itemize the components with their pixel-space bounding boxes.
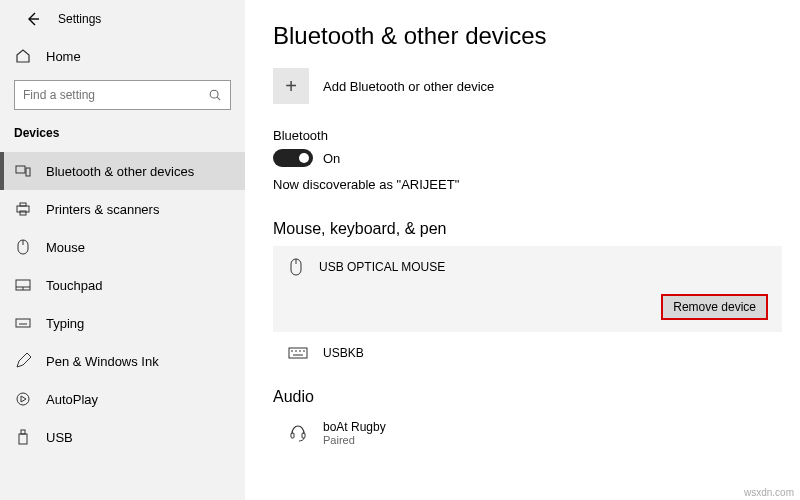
nav-label: Touchpad xyxy=(46,278,102,293)
svg-point-0 xyxy=(210,90,218,98)
sidebar: Settings Home Devices Bluetooth & other … xyxy=(0,0,245,500)
usb-icon xyxy=(14,429,32,445)
device-name: USB OPTICAL MOUSE xyxy=(319,260,445,274)
headset-icon xyxy=(287,424,309,442)
nav-usb[interactable]: USB xyxy=(0,418,245,456)
device-card-selected[interactable]: USB OPTICAL MOUSE Remove device xyxy=(273,246,782,332)
svg-rect-4 xyxy=(20,203,26,206)
page-title: Bluetooth & other devices xyxy=(273,22,782,50)
svg-rect-14 xyxy=(21,430,25,434)
nav-mouse[interactable]: Mouse xyxy=(0,228,245,266)
bluetooth-toggle[interactable] xyxy=(273,149,313,167)
home-button[interactable]: Home xyxy=(0,42,245,70)
svg-rect-15 xyxy=(19,434,27,444)
pen-icon xyxy=(14,353,32,369)
nav-label: Printers & scanners xyxy=(46,202,159,217)
keyboard-icon xyxy=(14,318,32,328)
back-arrow-icon xyxy=(26,12,40,26)
add-device-button[interactable]: + Add Bluetooth or other device xyxy=(273,68,782,104)
svg-rect-2 xyxy=(26,168,30,176)
mouse-icon xyxy=(14,239,32,255)
remove-device-button[interactable]: Remove device xyxy=(661,294,768,320)
nav-printers[interactable]: Printers & scanners xyxy=(0,190,245,228)
svg-point-13 xyxy=(17,393,29,405)
bluetooth-toggle-row: On xyxy=(273,149,782,167)
nav-pen[interactable]: Pen & Windows Ink xyxy=(0,342,245,380)
nav-touchpad[interactable]: Touchpad xyxy=(0,266,245,304)
bluetooth-label: Bluetooth xyxy=(273,128,782,143)
search-icon xyxy=(208,88,222,102)
device-name: USBKB xyxy=(323,346,364,360)
discover-name: "ARIJEET" xyxy=(397,177,460,192)
nav-label: Pen & Windows Ink xyxy=(46,354,159,369)
nav-label: USB xyxy=(46,430,73,445)
nav-bluetooth[interactable]: Bluetooth & other devices xyxy=(0,152,245,190)
svg-rect-18 xyxy=(289,348,307,358)
search-container xyxy=(0,80,245,124)
window-header: Settings xyxy=(0,10,245,42)
section-audio: Audio xyxy=(273,388,782,406)
nav-autoplay[interactable]: AutoPlay xyxy=(0,380,245,418)
section-mouse-keyboard: Mouse, keyboard, & pen xyxy=(273,220,782,238)
touchpad-icon xyxy=(14,279,32,291)
search-input[interactable] xyxy=(23,88,208,102)
home-icon xyxy=(14,48,32,64)
search-box[interactable] xyxy=(14,80,231,110)
watermark: wsxdn.com xyxy=(744,487,794,498)
device-row[interactable]: USBKB xyxy=(273,340,782,366)
bluetooth-state: On xyxy=(323,151,340,166)
svg-rect-11 xyxy=(16,319,30,327)
window-title: Settings xyxy=(58,12,101,26)
audio-device-status: Paired xyxy=(323,434,386,446)
discover-prefix: Now discoverable as xyxy=(273,177,397,192)
printer-icon xyxy=(14,202,32,216)
nav-label: Bluetooth & other devices xyxy=(46,164,194,179)
device-row-audio[interactable]: boAt Rugby Paired xyxy=(273,414,782,452)
nav-typing[interactable]: Typing xyxy=(0,304,245,342)
category-title: Devices xyxy=(0,124,245,152)
plus-icon: + xyxy=(273,68,309,104)
svg-rect-1 xyxy=(16,166,25,173)
nav-label: Mouse xyxy=(46,240,85,255)
devices-icon xyxy=(14,164,32,178)
mouse-icon xyxy=(287,258,305,276)
nav-label: Typing xyxy=(46,316,84,331)
autoplay-icon xyxy=(14,392,32,406)
discoverable-text: Now discoverable as "ARIJEET" xyxy=(273,177,782,192)
back-button[interactable] xyxy=(24,10,42,28)
main-panel: Bluetooth & other devices + Add Bluetoot… xyxy=(245,0,800,500)
add-device-label: Add Bluetooth or other device xyxy=(323,79,494,94)
home-label: Home xyxy=(46,49,81,64)
nav-label: AutoPlay xyxy=(46,392,98,407)
keyboard-icon xyxy=(287,347,309,359)
audio-device-name: boAt Rugby xyxy=(323,420,386,434)
